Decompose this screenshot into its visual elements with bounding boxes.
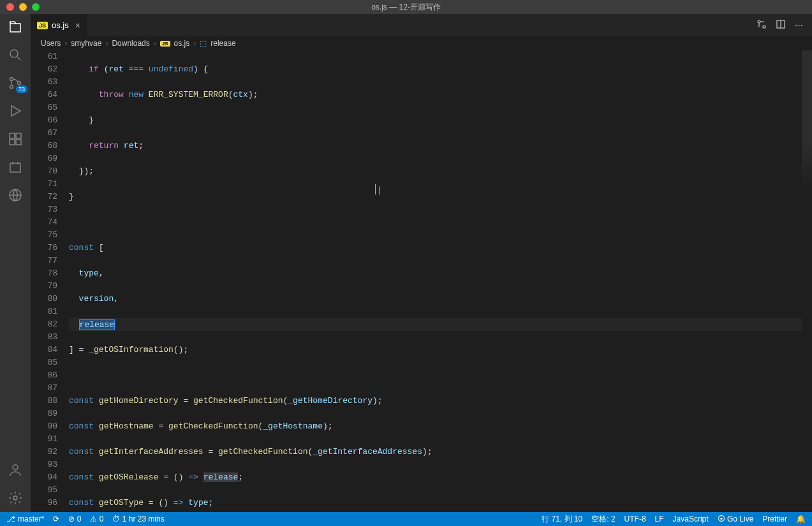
line-number: 63	[31, 76, 57, 89]
line-number: 64	[31, 89, 57, 101]
problems-warnings[interactable]: ⚠ 0	[90, 515, 103, 523]
svg-rect-6	[10, 140, 15, 145]
line-number: 94	[31, 471, 57, 484]
source-control-icon[interactable]: 73	[8, 75, 23, 91]
line-number: 84	[31, 344, 57, 356]
svg-point-10	[13, 465, 18, 470]
explorer-icon[interactable]	[8, 19, 23, 34]
svg-rect-4	[10, 133, 15, 138]
line-number: 78	[31, 267, 57, 280]
line-number: 69	[31, 152, 57, 165]
line-number: 95	[31, 484, 57, 497]
breadcrumb[interactable]: Users › smyhvae › Downloads › JS os.js ›…	[31, 36, 812, 50]
maximize-window-button[interactable]	[32, 3, 40, 11]
compare-icon[interactable]	[757, 19, 767, 31]
editor[interactable]: 61 62 63 64 65 66 67 68 69 70 71 72 73 7…	[31, 50, 812, 512]
run-debug-icon[interactable]	[8, 103, 23, 119]
line-number: 79	[31, 280, 57, 293]
svg-rect-8	[10, 163, 20, 172]
indentation[interactable]: 空格: 2	[591, 514, 615, 525]
search-icon[interactable]	[8, 47, 23, 62]
line-number: 83	[31, 331, 57, 344]
language-mode[interactable]: JavaScript	[673, 515, 709, 523]
git-branch[interactable]: ⎇ master*	[6, 515, 44, 523]
line-number: 96	[31, 497, 57, 509]
crumb-users[interactable]: Users	[41, 39, 61, 48]
line-number: 77	[31, 254, 57, 267]
svg-point-2	[10, 85, 13, 89]
line-number-gutter: 61 62 63 64 65 66 67 68 69 70 71 72 73 7…	[31, 50, 69, 512]
svg-point-13	[763, 26, 765, 28]
minimize-window-button[interactable]	[19, 3, 27, 11]
line-number: 72	[31, 191, 57, 203]
line-number: 93	[31, 458, 57, 471]
line-number: 90	[31, 420, 57, 433]
symbol-variable-icon: ⬚	[200, 39, 207, 48]
project-icon[interactable]	[8, 159, 23, 175]
svg-point-11	[13, 496, 17, 500]
tab-label: os.js	[52, 20, 69, 30]
line-number: 82	[31, 318, 57, 331]
extensions-icon[interactable]	[8, 131, 23, 147]
svg-point-1	[10, 78, 13, 81]
chevron-right-icon: ›	[154, 39, 156, 48]
crumb-file[interactable]: os.js	[174, 39, 190, 48]
close-window-button[interactable]	[6, 3, 14, 11]
settings-gear-icon[interactable]	[8, 490, 23, 506]
svg-rect-5	[16, 133, 21, 138]
line-number: 65	[31, 101, 57, 114]
line-number: 61	[31, 50, 57, 63]
line-number: 70	[31, 165, 57, 178]
go-live[interactable]: ⦿ Go Live	[718, 515, 754, 523]
more-actions-icon[interactable]: ⋯	[795, 20, 803, 30]
line-number: 80	[31, 293, 57, 305]
activity-bar: 73	[0, 14, 31, 512]
eol[interactable]: LF	[655, 515, 664, 523]
sync-icon[interactable]: ⟳	[53, 515, 59, 523]
cursor-position[interactable]: 行 71, 列 10	[542, 514, 582, 525]
encoding[interactable]: UTF-8	[624, 515, 646, 523]
window-controls	[0, 3, 40, 11]
problems-errors[interactable]: ⊘ 0	[68, 515, 81, 523]
notifications-bell-icon[interactable]: 🔔	[796, 515, 806, 523]
js-file-icon: JS	[160, 41, 170, 47]
line-number: 86	[31, 369, 57, 382]
js-file-icon: JS	[37, 22, 48, 29]
minimap[interactable]	[802, 50, 812, 512]
svg-rect-7	[16, 140, 21, 145]
time-tracker[interactable]: ⏱ 1 hr 23 mins	[112, 515, 164, 523]
text-cursor: ｜	[375, 184, 376, 194]
close-tab-icon[interactable]: ×	[75, 20, 80, 31]
svg-point-12	[758, 20, 760, 23]
tab-bar: JS os.js × ⋯	[31, 14, 812, 36]
line-number: 85	[31, 356, 57, 369]
line-number: 66	[31, 114, 57, 127]
line-number: 92	[31, 446, 57, 458]
chevron-right-icon: ›	[193, 39, 196, 48]
accounts-icon[interactable]	[8, 462, 23, 478]
window-title: os.js — 12-开源写作	[0, 2, 812, 13]
line-number: 81	[31, 305, 57, 318]
line-number: 75	[31, 229, 57, 242]
chevron-right-icon: ›	[105, 39, 108, 48]
tab-os-js[interactable]: JS os.js ×	[31, 14, 87, 36]
chevron-right-icon: ›	[64, 39, 67, 48]
crumb-downloads[interactable]: Downloads	[112, 39, 149, 48]
line-number: 88	[31, 395, 57, 407]
line-number: 89	[31, 407, 57, 420]
line-number: 87	[31, 382, 57, 395]
line-number: 68	[31, 140, 57, 152]
crumb-user[interactable]: smyhvae	[71, 39, 101, 48]
prettier-status[interactable]: Prettier	[762, 515, 787, 523]
line-number: 71	[31, 178, 57, 191]
titlebar: os.js — 12-开源写作	[0, 0, 812, 14]
status-bar: ⎇ master* ⟳ ⊘ 0 ⚠ 0 ⏱ 1 hr 23 mins 行 71,…	[0, 512, 812, 526]
split-editor-icon[interactable]	[776, 19, 786, 31]
svg-point-3	[18, 82, 21, 85]
line-number: 76	[31, 242, 57, 254]
line-number: 91	[31, 433, 57, 446]
code-area[interactable]: if (ret === undefined) { throw new ERR_S…	[69, 50, 812, 512]
remote-icon[interactable]	[8, 187, 23, 203]
svg-point-0	[10, 50, 18, 57]
crumb-symbol[interactable]: release	[210, 39, 235, 48]
